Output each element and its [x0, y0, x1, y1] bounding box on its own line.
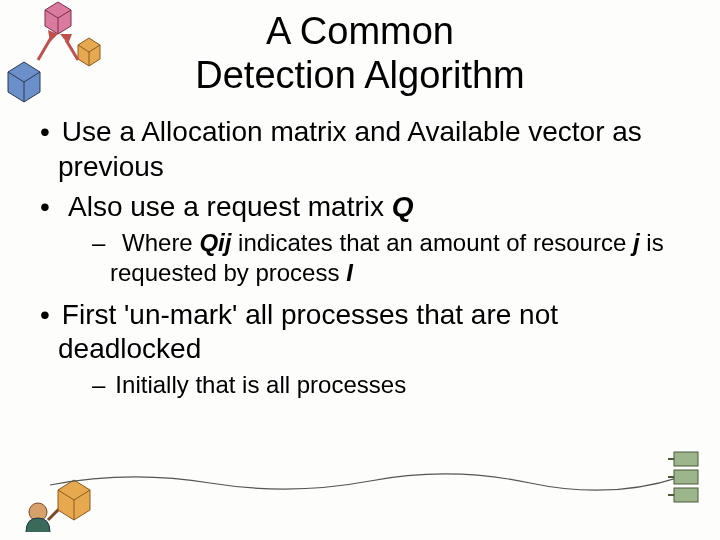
bullet-3: First 'un-mark' all processes that are n…	[30, 298, 690, 400]
bullet-2-var-q: Q	[392, 191, 414, 222]
svg-rect-14	[674, 452, 698, 466]
stacked-boxes-graphic	[668, 450, 708, 510]
bullet-2-sublist: Where Qij indicates that an amount of re…	[58, 228, 690, 288]
bullet-2-text: Also use a request matrix	[68, 191, 392, 222]
bullet-3-sublist: Initially that is all processes	[58, 370, 690, 400]
bullet-3-text: First 'un-mark' all processes that are n…	[58, 299, 558, 364]
slide-body: Use a Allocation matrix and Available ve…	[0, 97, 720, 400]
bullet-2-sub: Where Qij indicates that an amount of re…	[88, 228, 690, 288]
title-line-2: Detection Algorithm	[195, 54, 525, 96]
title-line-1: A Common	[266, 10, 454, 52]
svg-rect-16	[674, 488, 698, 502]
b2s-i: I	[346, 259, 353, 286]
wavy-line	[50, 465, 680, 495]
bullet-1: Use a Allocation matrix and Available ve…	[30, 115, 690, 183]
b2s-qij: Qij	[199, 229, 231, 256]
slide: A Common Detection Algorithm Use a Alloc…	[0, 0, 720, 540]
svg-rect-15	[674, 470, 698, 484]
b2s-pre: Where	[122, 229, 199, 256]
bullet-list: Use a Allocation matrix and Available ve…	[30, 115, 690, 400]
bullet-3-sub: Initially that is all processes	[88, 370, 690, 400]
bullet-2: Also use a request matrix Q Where Qij in…	[30, 190, 690, 288]
corner-cubes-graphic	[0, 0, 110, 110]
b2s-mid: indicates that an amount of resource	[231, 229, 633, 256]
bullet-3-sub-text: Initially that is all processes	[115, 371, 406, 398]
b2s-j: j	[633, 229, 640, 256]
bullet-1-text: Use a Allocation matrix and Available ve…	[58, 116, 642, 181]
